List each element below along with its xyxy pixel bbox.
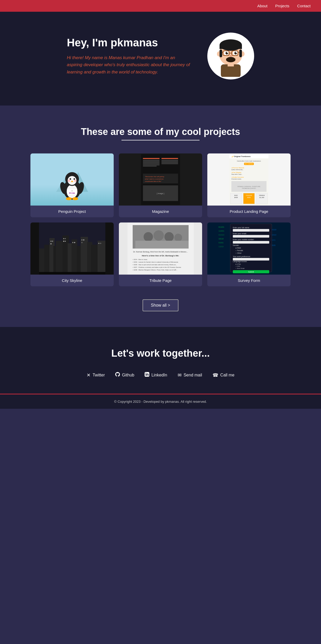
github-link[interactable]: Github [115,372,134,378]
avatar [207,33,254,79]
avatar-image [210,35,252,77]
mail-icon: ✉ [178,372,182,378]
svg-text:BUY STARTED: BUY STARTED [245,163,253,165]
svg-text:Your work preference:: Your work preference: [233,256,251,258]
svg-rect-50 [162,158,178,159]
svg-rect-52 [162,161,178,162]
linkedin-icon [145,372,149,378]
svg-text:★ Quality Assurance: ★ Quality Assurance [232,176,244,178]
svg-text:what I want is a sometimes: what I want is a sometimes [145,178,164,180]
svg-rect-143 [233,229,269,232]
svg-point-10 [236,52,237,53]
svg-text:Enter your email:: Enter your email: [233,233,247,235]
svg-text:🎺 Original Trombones: 🎺 Original Trombones [232,155,251,158]
project-card-penguin[interactable]: I ❤ CSS Penguin Project [30,153,114,217]
svg-text:Dr. Norman Borlaug, third from: Dr. Norman Borlaug, third from the left,… [133,251,188,253]
svg-rect-49 [143,166,157,166]
project-card-survey[interactable]: 01101 11001 01010 10110 01001 11010 1011… [207,222,291,286]
linkedin-label: LinkedIn [151,373,167,377]
contact-heading: Let's work together... [10,348,311,359]
survey-illustration: 01101 11001 01010 10110 01001 11010 1011… [216,222,282,275]
svg-text:★ Premium Materials: ★ Premium Materials [232,167,245,169]
svg-text:• 1937 - Finishes a ministry a: • 1937 - Finishes a ministry and takes a… [133,267,181,268]
svg-rect-94 [72,239,77,275]
svg-point-17 [226,57,235,62]
project-label: Survey Form [207,275,291,286]
svg-rect-20 [220,49,222,57]
project-card-city[interactable]: City Skyline [30,222,114,286]
phone-link[interactable]: ☎ Call me [213,372,234,378]
svg-text:Here's a time line of Dr. Borl: Here's a time line of Dr. Borlaug's life… [142,255,179,257]
svg-rect-47 [143,164,160,164]
project-card-magazine[interactable]: "Remember that self getting what I want … [119,153,202,217]
penguin-illustration: I ❤ CSS [55,157,89,202]
svg-rect-103 [63,238,64,239]
svg-text:$400: $400 [234,197,238,198]
svg-rect-51 [162,160,178,160]
svg-text:○ CSS: ○ CSS [235,265,240,267]
linkedin-link[interactable]: LinkedIn [145,372,167,378]
svg-text:Gender:: Gender: [233,244,239,246]
navbar: About Projects Contact [0,0,321,12]
hero-section: Hey, I'm pkmanas Hi there! My name is Ma… [0,12,321,106]
svg-text:• 1933 - Leaves for family's f: • 1933 - Leaves for family's farm to att… [133,261,178,263]
hero-text-block: Hey, I'm pkmanas Hi there! My name is Ma… [67,36,192,76]
svg-text:01010: 01010 [219,234,224,236]
footer: © Copyright 2023 - Developed by pkmanas.… [0,394,321,409]
svg-rect-2 [220,45,242,49]
svg-rect-110 [72,242,73,243]
contact-section: Let's work together... ✕ Twitter Github … [0,327,321,394]
svg-text:11001: 11001 [219,230,224,232]
svg-rect-44 [143,160,160,160]
svg-text:Language known:: Language known: [233,261,247,263]
github-icon [115,372,120,378]
svg-text:I: I [72,190,72,192]
phone-icon: ☎ [213,372,218,378]
svg-text:● Male: ● Male [235,247,241,249]
tribute-illustration: Dr. Norman Borlaug, third from the left,… [127,222,194,275]
twitter-icon: ✕ [87,372,91,378]
svg-text:11010: 11010 [219,246,224,247]
svg-rect-153 [233,258,269,261]
footer-text: © Copyright 2023 - Developed by pkmanas.… [114,400,207,404]
twitter-link[interactable]: ✕ Twitter [87,372,105,378]
nav-about[interactable]: About [257,4,267,8]
nav-contact[interactable]: Contact [297,4,311,8]
svg-text:● HTML: ● HTML [235,263,241,265]
svg-point-119 [153,230,164,241]
svg-text:STANDARD: STANDARD [246,195,252,196]
svg-text:○ Other: ○ Other [235,252,242,254]
svg-point-31 [74,178,75,180]
svg-rect-102 [50,243,52,244]
project-label: Penguin Project [30,206,114,217]
svg-rect-107 [81,239,82,240]
svg-rect-122 [135,241,189,249]
svg-text:PREMIUM: PREMIUM [259,195,265,196]
svg-point-16 [229,55,232,57]
svg-text:Submit: Submit [248,271,254,273]
svg-rect-106 [65,241,66,242]
svg-text:★ Fast Shipping: ★ Fast Shipping [232,172,241,173]
svg-text:Enter your full name:: Enter your full name: [233,227,250,229]
svg-rect-46 [143,162,160,163]
magazine-illustration: "Remember that self getting what I want … [141,153,180,206]
project-card-tribute[interactable]: Dr. Norman Borlaug, third from the left,… [119,222,202,286]
svg-text:complicated idea of life.": complicated idea of life." [145,181,162,182]
svg-point-120 [164,232,174,242]
svg-text:❤ CSS: ❤ CSS [69,192,75,194]
svg-rect-43 [143,158,160,159]
project-label: Product Landing Page [207,206,291,217]
show-all-container: Show all > [10,299,311,311]
show-all-button[interactable]: Show all > [143,299,178,311]
project-card-product[interactable]: 🎺 Original Trombones Handcrafted, home m… [207,153,291,217]
svg-point-118 [144,232,153,242]
svg-rect-99 [98,241,105,275]
nav-projects[interactable]: Projects [275,4,289,8]
project-label: Magazine [119,206,202,217]
svg-rect-101 [52,241,53,242]
svg-point-37 [66,197,72,200]
hero-description: Hi there! My name is Manas kumar Pradhan… [67,54,192,76]
svg-point-7 [226,52,228,54]
projects-section: These are some of my cool projects [0,106,321,327]
email-link[interactable]: ✉ Send mail [178,372,202,378]
